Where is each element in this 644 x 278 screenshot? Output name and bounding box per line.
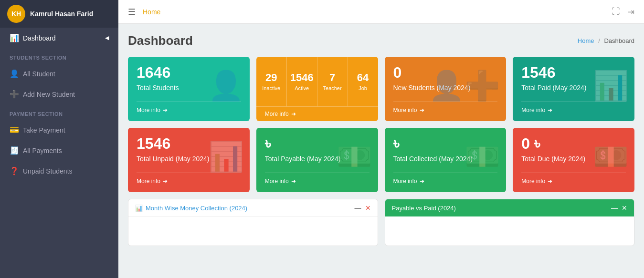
- minimize-button-chart1[interactable]: —: [355, 204, 361, 212]
- panel-body-chart2: [385, 216, 634, 245]
- arrow-icon: ➜: [163, 178, 168, 185]
- breadcrumb-home[interactable]: Home: [578, 37, 594, 44]
- main-content: ☰ Home ⛶ ⇥ Dashboard Home / Dashboard 👤 …: [118, 0, 644, 278]
- card-total-collected: 💵 ৳ Total Collected (May 2024) More info…: [385, 128, 507, 192]
- total-students-more[interactable]: More info ➜: [137, 102, 241, 113]
- add-icon: ➕: [10, 90, 18, 99]
- sidebar-item-label: Add New Student: [23, 91, 75, 98]
- payment-section-label: Payment Section: [0, 104, 118, 120]
- sidebar-header: KH Kamrul Hasan Farid: [0, 0, 118, 28]
- new-students-bg-icon: 👤➕: [429, 69, 500, 103]
- breadcrumb: Home / Dashboard: [578, 37, 634, 44]
- stat-active-num: 1546: [290, 72, 314, 84]
- sidebar-item-label: All Payments: [23, 147, 62, 154]
- sidebar-item-label: All Student: [23, 70, 55, 78]
- dashboard-icon: 📊: [10, 33, 18, 42]
- panel-header-chart2: Payable vs Paid (2024) — ✕: [385, 199, 634, 216]
- breadcrumb-separator: /: [598, 37, 600, 44]
- chevron-icon: ◀: [105, 35, 109, 41]
- collected-bg-icon: 💵: [465, 140, 500, 174]
- total-collected-more[interactable]: More info ➜: [393, 173, 498, 185]
- minimize-button-chart2[interactable]: —: [611, 204, 618, 212]
- stat-job-lbl: Job: [359, 85, 367, 92]
- stat-job-num: 64: [357, 72, 369, 84]
- question-icon: ❓: [10, 166, 18, 175]
- panel-title-chart2: Payable vs Paid (2024): [392, 205, 456, 212]
- sidebar-item-all-student[interactable]: 👤 All Student: [0, 63, 118, 84]
- due-bg-icon: 💵: [593, 140, 629, 174]
- page-title: Dashboard: [128, 33, 193, 48]
- arrow-icon: ➜: [548, 178, 552, 185]
- card-total-payable: 💵 ৳ Total Payable (May 2024) More info ➜: [256, 128, 378, 192]
- topbar: ☰ Home ⛶ ⇥: [118, 0, 644, 24]
- paid-bg-icon: 📊: [593, 69, 629, 103]
- card-total-due: 💵 0 ৳ Total Due (May 2024) More info ➜: [513, 128, 634, 192]
- content-area: Dashboard Home / Dashboard 👤 1646 Total …: [118, 24, 644, 278]
- stat-teacher: 7 Teacher: [317, 57, 348, 106]
- fullscreen-icon[interactable]: ⛶: [612, 7, 620, 17]
- stat-teacher-num: 7: [329, 72, 335, 84]
- panel-money-collection: 📊 Month Wise Money Collection (2024) — ✕: [128, 199, 378, 246]
- sidebar-item-label: Unpaid Students: [23, 167, 73, 175]
- total-payable-more[interactable]: More info ➜: [265, 173, 370, 185]
- topbar-home: Home: [143, 8, 160, 16]
- panels-row: 📊 Month Wise Money Collection (2024) — ✕…: [128, 199, 634, 246]
- card-total-unpaid: 📊 1546 Total Unpaid (May 2024) More info…: [128, 128, 250, 192]
- sidebar-item-unpaid-students[interactable]: ❓ Unpaid Students: [0, 161, 118, 181]
- total-unpaid-more[interactable]: More info ➜: [137, 173, 241, 185]
- arrow-icon: ➜: [163, 107, 168, 113]
- panel-header-chart1: 📊 Month Wise Money Collection (2024) — ✕: [128, 199, 378, 217]
- payable-bg-icon: 💵: [337, 140, 372, 174]
- topbar-right: ⛶ ⇥: [612, 7, 634, 17]
- total-paid-more[interactable]: More info ➜: [521, 102, 626, 113]
- new-students-more[interactable]: More info ➜: [393, 102, 498, 113]
- arrow-icon: ➜: [420, 107, 424, 113]
- card-total-students: 👤 1646 Total Students More info ➜: [128, 57, 250, 121]
- card-new-students: 👤➕ 0 New Students (May 2024) More info ➜: [385, 57, 507, 121]
- sidebar-item-take-payment[interactable]: 💳 Take Payment: [0, 120, 118, 140]
- stat-active-lbl: Active: [295, 85, 309, 92]
- multi-stat-more[interactable]: More info ➜: [256, 106, 378, 121]
- panel-title-chart1: 📊 Month Wise Money Collection (2024): [135, 205, 247, 212]
- card-multi-stat: 29 Inactive 1546 Active 7 Teacher 64 Job: [256, 57, 378, 121]
- topbar-left: ☰ Home: [128, 7, 160, 17]
- person-icon: 👤: [10, 69, 18, 78]
- arrow-icon: ➜: [291, 111, 296, 117]
- cards-row-1: 👤 1646 Total Students More info ➜ 29 Ina…: [128, 57, 634, 121]
- panel-payable-vs-paid: Payable vs Paid (2024) — ✕: [385, 199, 635, 246]
- sidebar-item-dashboard[interactable]: 📊 Dashboard ◀: [0, 28, 118, 48]
- arrow-icon: ➜: [291, 178, 296, 185]
- stat-inactive-lbl: Inactive: [262, 85, 280, 92]
- stat-job: 64 Job: [348, 57, 378, 106]
- arrow-icon: ➜: [420, 178, 424, 185]
- content-header: Dashboard Home / Dashboard: [128, 33, 634, 48]
- sidebar-item-add-student[interactable]: ➕ Add New Student: [0, 84, 118, 104]
- sidebar-item-label: Dashboard: [23, 34, 56, 42]
- sidebar-username: Kamrul Hasan Farid: [30, 10, 93, 18]
- stat-inactive: 29 Inactive: [256, 57, 287, 106]
- close-button-chart1[interactable]: ✕: [365, 204, 371, 212]
- cards-row-2: 📊 1546 Total Unpaid (May 2024) More info…: [128, 128, 634, 192]
- list-icon: 🧾: [10, 146, 18, 155]
- payment-icon: 💳: [10, 125, 18, 134]
- close-button-chart2[interactable]: ✕: [622, 204, 627, 212]
- multi-stat-body: 29 Inactive 1546 Active 7 Teacher 64 Job: [256, 57, 378, 106]
- panel-body-chart1: [128, 217, 378, 246]
- sidebar: KH Kamrul Hasan Farid 📊 Dashboard ◀ Stud…: [0, 0, 118, 278]
- stat-inactive-num: 29: [265, 72, 277, 84]
- sidebar-item-label: Take Payment: [23, 126, 65, 134]
- panel-controls-chart1: — ✕: [355, 204, 371, 212]
- total-due-more[interactable]: More info ➜: [521, 173, 626, 185]
- hamburger-icon[interactable]: ☰: [128, 7, 136, 17]
- students-bg-icon: 👤: [208, 69, 244, 103]
- stat-active: 1546 Active: [287, 57, 317, 106]
- panel-controls-chart2: — ✕: [611, 204, 627, 212]
- card-total-paid: 📊 1546 Total Paid (May 2024) More info ➜: [513, 57, 634, 121]
- arrow-icon: ➜: [548, 107, 552, 113]
- students-section-label: Students Section: [0, 48, 118, 63]
- avatar: KH: [7, 5, 25, 23]
- logout-icon[interactable]: ⇥: [627, 7, 634, 17]
- unpaid-bg-icon: 📊: [208, 140, 244, 174]
- stat-teacher-lbl: Teacher: [323, 85, 342, 92]
- sidebar-item-all-payments[interactable]: 🧾 All Payments: [0, 140, 118, 161]
